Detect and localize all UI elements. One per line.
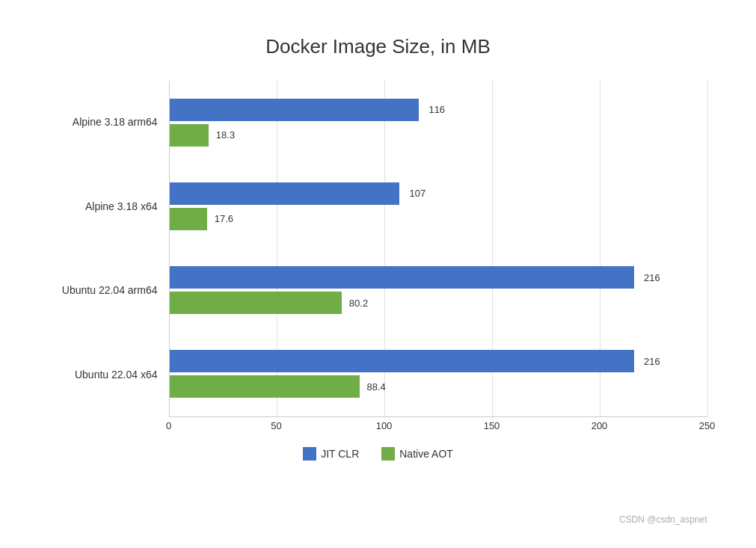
legend: JIT CLR Native AOT [49, 447, 707, 461]
jit-bar-row: 216 [170, 350, 707, 372]
aot-bar-row: 88.4 [170, 375, 707, 398]
legend-item-aot: Native AOT [381, 447, 453, 461]
x-tick: 0 [166, 420, 171, 431]
jit-bar: 216 [170, 266, 634, 289]
x-tick: 200 [591, 420, 608, 431]
jit-bar-row: 107 [170, 182, 707, 205]
jit-bar: 216 [170, 350, 634, 372]
y-label: Ubuntu 22.04 x64 [49, 369, 158, 381]
jit-label: JIT CLR [321, 448, 359, 460]
aot-bar-label: 17.6 [215, 213, 233, 224]
jit-color-swatch [303, 447, 316, 461]
bar-group: 21680.2 [170, 248, 707, 332]
aot-bar: 17.6 [170, 208, 208, 230]
aot-bar-label: 88.4 [366, 381, 385, 392]
grid-line [707, 81, 708, 416]
chart-title: Docker Image Size, in MB [49, 35, 707, 58]
aot-bar-row: 18.3 [170, 124, 707, 147]
bar-group: 21688.4 [170, 332, 707, 416]
y-label: Alpine 3.18 x64 [49, 200, 158, 213]
aot-bar-label: 80.2 [349, 298, 368, 309]
bar-group: 11618.3 [170, 81, 707, 164]
jit-bar-label: 107 [410, 188, 426, 199]
aot-bar-row: 17.6 [170, 208, 707, 230]
jit-bar-label: 216 [644, 356, 660, 367]
watermark: CSDN @csdn_aspnet [619, 514, 707, 525]
jit-bar-row: 216 [170, 266, 707, 289]
jit-bar: 116 [170, 99, 420, 121]
bars-area: 11618.310717.621680.221688.4 [169, 81, 707, 417]
x-tick: 50 [271, 420, 281, 431]
jit-bar: 107 [170, 182, 400, 205]
chart-container: Docker Image Size, in MB Alpine 3.18 arm… [19, 13, 737, 536]
legend-item-jit: JIT CLR [303, 447, 359, 461]
jit-bar-label: 216 [644, 272, 660, 283]
bar-group: 10717.6 [170, 164, 707, 248]
aot-label: Native AOT [399, 448, 453, 460]
aot-bar: 88.4 [170, 375, 360, 398]
aot-bar: 80.2 [170, 292, 342, 314]
x-axis: 050100150200250 [169, 417, 707, 440]
x-tick: 100 [376, 420, 393, 431]
aot-bar-row: 80.2 [170, 292, 707, 314]
aot-bar: 18.3 [170, 124, 209, 147]
chart-area: Alpine 3.18 arm64Alpine 3.18 x64Ubuntu 2… [49, 81, 707, 440]
y-labels: Alpine 3.18 arm64Alpine 3.18 x64Ubuntu 2… [49, 81, 169, 440]
y-label: Ubuntu 22.04 arm64 [49, 284, 158, 297]
x-tick: 150 [484, 420, 500, 431]
aot-color-swatch [381, 447, 395, 461]
bars-and-xaxis: 11618.310717.621680.221688.4 05010015020… [169, 81, 707, 440]
aot-bar-label: 18.3 [216, 129, 235, 141]
y-label: Alpine 3.18 arm64 [49, 116, 158, 129]
x-tick: 250 [699, 420, 716, 431]
jit-bar-label: 116 [428, 104, 445, 115]
jit-bar-row: 116 [170, 99, 707, 121]
